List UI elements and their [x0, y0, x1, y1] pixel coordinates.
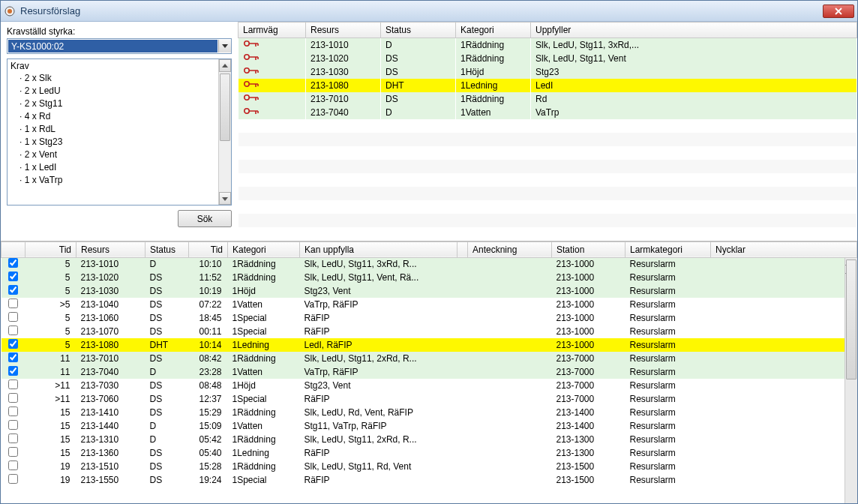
table-row[interactable]: 15213-1410DS15:291RäddningSlk, LedU, Rd,… [2, 406, 857, 419]
column-header[interactable]: Resurs [306, 22, 381, 38]
row-checkbox[interactable] [8, 352, 18, 362]
row-checkbox[interactable] [8, 298, 18, 308]
krav-scrollbar[interactable] [218, 59, 231, 205]
row-checkbox[interactable] [8, 474, 18, 484]
cell [711, 379, 857, 392]
row-checkbox[interactable] [8, 420, 18, 430]
table-row[interactable]: 213-7040D1VattenVaTrp [238, 106, 857, 119]
table-row[interactable]: 11213-7010DS08:421RäddningSlk, LedU, Stg… [2, 352, 857, 365]
krav-item[interactable]: · 1 x RdL [10, 123, 215, 136]
table-row[interactable]: 19213-1510DS15:281RäddningSlk, LedU, Stg… [2, 460, 857, 473]
krav-item[interactable]: · 2 x Stg11 [10, 98, 215, 110]
close-button[interactable] [823, 4, 854, 18]
column-header[interactable]: Larmväg [238, 22, 306, 38]
table-row[interactable]: 11213-7040D23:281VattenVaTrp, RäFIP213-7… [2, 365, 857, 379]
row-checkbox[interactable] [8, 460, 18, 470]
column-header[interactable] [2, 242, 26, 257]
column-header[interactable]: Kan uppfylla [300, 242, 458, 257]
column-header[interactable]: Tid [26, 242, 76, 257]
krav-item[interactable]: · 2 x Vent [10, 148, 215, 161]
column-header[interactable]: Status [381, 22, 456, 38]
cell: Resurslarm [626, 473, 711, 487]
sok-button[interactable]: Sök [178, 210, 232, 227]
krav-item[interactable]: · 2 x LedU [10, 85, 215, 98]
row-checkbox[interactable] [8, 285, 18, 295]
svg-point-1 [8, 9, 12, 14]
column-header[interactable]: Larmkategori [626, 242, 711, 257]
column-header[interactable]: Status [146, 242, 189, 257]
krav-item[interactable]: · 4 x Rd [10, 110, 215, 123]
scroll-up-button[interactable] [219, 59, 231, 72]
krav-item[interactable]: · 1 x Stg23 [10, 136, 215, 148]
krav-item[interactable]: · 2 x Slk [10, 72, 215, 85]
cell [458, 365, 468, 379]
kravstyrka-combo[interactable] [7, 38, 232, 54]
column-header[interactable]: Uppfyller [531, 22, 857, 38]
row-checkbox[interactable] [8, 406, 18, 416]
kravstyrka-input[interactable] [8, 40, 218, 52]
cell: 213-1300 [552, 446, 626, 460]
column-header[interactable]: Tid [189, 242, 228, 257]
table-row[interactable]: 5213-1060DS18:451SpecialRäFIP213-1000Res… [2, 311, 857, 325]
table-row[interactable]: 19213-1550DS19:241SpecialRäFIP213-1500Re… [2, 473, 857, 487]
table-row[interactable]: 5213-1080DHT10:141LedningLedI, RäFIP213-… [2, 338, 857, 352]
table-row[interactable]: 213-1020DS1RäddningSlk, LedU, Stg11, Ven… [238, 52, 857, 65]
cell: 5 [26, 284, 76, 298]
cell [468, 379, 552, 392]
row-checkbox[interactable] [8, 272, 18, 281]
table-row[interactable]: 213-1010D1RäddningSlk, LedU, Stg11, 3xRd… [238, 38, 857, 52]
scroll-down-button[interactable] [219, 192, 231, 205]
bottom-table-panel: TidResursStatusTidKategoriKan uppfyllaAn… [1, 242, 857, 504]
table-row[interactable]: >11213-7060DS12:371SpecialRäFIP213-7000R… [2, 392, 857, 406]
krav-item[interactable]: · 1 x LedI [10, 161, 215, 174]
column-header[interactable]: Station [552, 242, 626, 257]
cell: 213-7010 [306, 92, 381, 106]
row-checkbox[interactable] [8, 380, 18, 389]
table-row[interactable]: 15213-1310D05:421RäddningSlk, LedU, Stg1… [2, 433, 857, 446]
column-header[interactable]: Nycklar [711, 242, 857, 257]
cell: 213-1000 [552, 311, 626, 325]
row-checkbox[interactable] [8, 447, 18, 457]
table-row[interactable]: 5213-1010D10:101RäddningSlk, LedU, Stg11… [2, 257, 857, 271]
top-table[interactable]: LarmvägResursStatusKategoriUppfyller 213… [238, 22, 857, 241]
cell: VaTrp, RäFIP [300, 365, 458, 379]
svg-point-7 [244, 109, 248, 113]
column-header[interactable]: Kategori [456, 22, 531, 38]
cell: Resurslarm [626, 419, 711, 433]
table-row[interactable]: 213-1080DHT1LedningLedI [238, 79, 857, 92]
table-row[interactable]: 15213-1360DS05:401LedningRäFIP213-1300Re… [2, 446, 857, 460]
scroll-thumb[interactable] [220, 74, 230, 141]
column-header[interactable]: Anteckning [468, 242, 552, 257]
column-header[interactable]: Resurs [76, 242, 146, 257]
table-row[interactable]: 213-1030DS1HöjdStg23 [238, 65, 857, 79]
column-header[interactable]: Kategori [228, 242, 300, 257]
row-checkbox[interactable] [8, 366, 18, 376]
krav-listbox[interactable]: Krav · 2 x Slk· 2 x LedU· 2 x Stg11· 4 x… [7, 58, 232, 206]
row-checkbox[interactable] [8, 339, 18, 349]
table-row[interactable]: 213-7010DS1RäddningRd [238, 92, 857, 106]
cell: Slk, LedU, Stg11, Vent [531, 52, 857, 65]
cell: 12:37 [189, 392, 228, 406]
krav-item[interactable]: · 1 x VaTrp [10, 174, 215, 187]
row-checkbox[interactable] [8, 434, 18, 443]
column-header[interactable] [458, 242, 468, 257]
row-checkbox[interactable] [8, 258, 18, 268]
cell: Resurslarm [626, 379, 711, 392]
table-row[interactable]: 5213-1020DS11:521RäddningSlk, LedU, Stg1… [2, 271, 857, 284]
combo-dropdown-button[interactable] [218, 40, 231, 52]
row-checkbox[interactable] [8, 326, 18, 335]
scroll-track[interactable] [219, 72, 231, 192]
table-row[interactable]: >11213-7030DS08:481HöjdStg23, Vent213-70… [2, 379, 857, 392]
table-row[interactable]: 5213-1070DS00:111SpecialRäFIP213-1000Res… [2, 325, 857, 338]
cell: 1Vatten [228, 298, 300, 311]
bottom-scrollbar[interactable] [844, 258, 857, 504]
cell: 213-1080 [306, 79, 381, 92]
table-row[interactable]: >5213-1040DS07:221VattenVaTrp, RäFIP213-… [2, 298, 857, 311]
cell: 1Vatten [456, 106, 531, 119]
table-row[interactable]: 5213-1030DS10:191HöjdStg23, Vent213-1000… [2, 284, 857, 298]
table-row[interactable]: 15213-1440D15:091VattenStg11, VaTrp, RäF… [2, 419, 857, 433]
scroll-thumb[interactable] [846, 260, 856, 380]
row-checkbox[interactable] [8, 393, 18, 403]
row-checkbox[interactable] [8, 312, 18, 322]
bottom-table[interactable]: TidResursStatusTidKategoriKan uppfyllaAn… [1, 242, 857, 488]
